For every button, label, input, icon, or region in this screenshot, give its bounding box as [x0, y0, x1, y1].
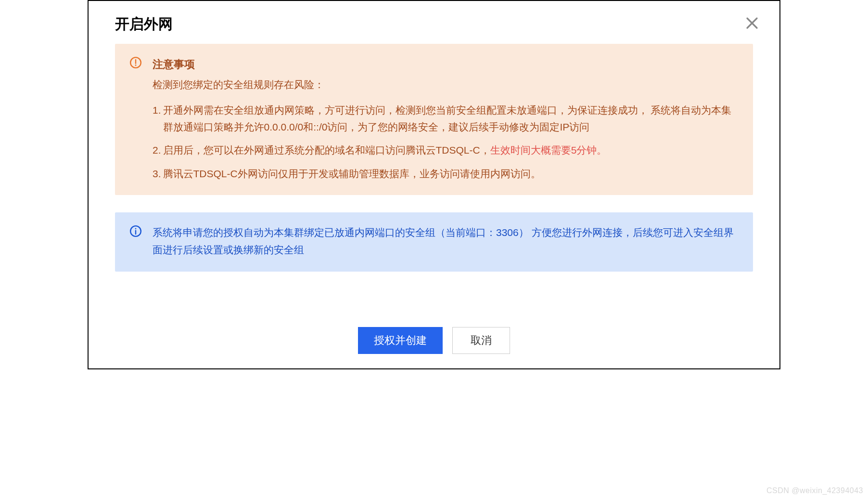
warning-item-highlight: 生效时间大概需要5分钟。	[490, 144, 607, 156]
warning-item-text: 启用后，您可以在外网通过系统分配的域名和端口访问腾讯云TDSQL-C，生效时间大…	[163, 142, 739, 159]
warning-alert: 注意事项 检测到您绑定的安全组规则存在风险： 1. 开通外网需在安全组放通内网策…	[115, 44, 753, 195]
svg-point-6	[135, 228, 137, 229]
dialog-footer: 授权并创建 取消	[89, 327, 779, 354]
info-text: 系统将申请您的授权自动为本集群绑定已放通内网端口的安全组（当前端口：3306） …	[153, 224, 739, 260]
warning-item-number: 3.	[153, 166, 161, 183]
warning-list: 1. 开通外网需在安全组放通内网策略，方可进行访问，检测到您当前安全组配置未放通…	[153, 102, 739, 183]
warning-item-number: 2.	[153, 142, 161, 159]
watermark: CSDN @weixin_42394043	[766, 486, 863, 495]
dialog-title: 开启外网	[115, 14, 173, 34]
warning-item: 1. 开通外网需在安全组放通内网策略，方可进行访问，检测到您当前安全组配置未放通…	[153, 102, 739, 135]
warning-item-text: 开通外网需在安全组放通内网策略，方可进行访问，检测到您当前安全组配置未放通端口，…	[163, 102, 739, 135]
warning-item-prefix: 启用后，您可以在外网通过系统分配的域名和端口访问腾讯云TDSQL-C，	[163, 144, 490, 156]
info-icon	[129, 225, 142, 237]
close-icon	[745, 16, 759, 33]
warning-item: 3. 腾讯云TDSQL-C外网访问仅用于开发或辅助管理数据库，业务访问请使用内网…	[153, 166, 739, 183]
enable-external-network-dialog: 开启外网 注意事项 检测到您绑定的安全组规则存在风险：	[88, 0, 780, 369]
close-button[interactable]	[744, 16, 760, 33]
warning-content: 注意事项 检测到您绑定的安全组规则存在风险： 1. 开通外网需在安全组放通内网策…	[153, 55, 739, 183]
authorize-create-button[interactable]: 授权并创建	[358, 327, 443, 354]
warning-item-text: 腾讯云TDSQL-C外网访问仅用于开发或辅助管理数据库，业务访问请使用内网访问。	[163, 166, 739, 183]
warning-subtitle: 检测到您绑定的安全组规则存在风险：	[153, 76, 739, 93]
svg-point-4	[135, 65, 137, 66]
dialog-body: 注意事项 检测到您绑定的安全组规则存在风险： 1. 开通外网需在安全组放通内网策…	[89, 44, 779, 272]
dialog-header: 开启外网	[89, 1, 779, 44]
warning-item: 2. 启用后，您可以在外网通过系统分配的域名和端口访问腾讯云TDSQL-C，生效…	[153, 142, 739, 159]
info-alert: 系统将申请您的授权自动为本集群绑定已放通内网端口的安全组（当前端口：3306） …	[115, 212, 753, 272]
warning-item-number: 1.	[153, 102, 161, 135]
warning-icon	[129, 56, 142, 69]
cancel-button[interactable]: 取消	[452, 327, 510, 354]
warning-title: 注意事项	[153, 55, 739, 73]
